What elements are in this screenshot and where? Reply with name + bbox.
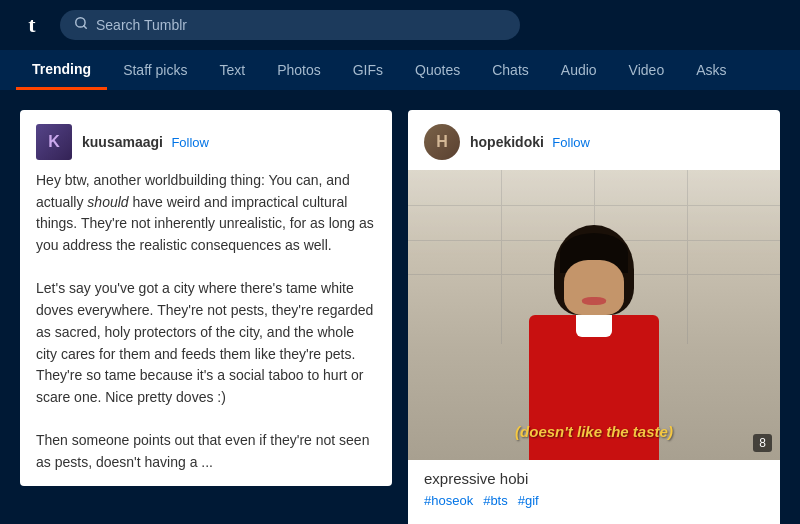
nav-item-chats[interactable]: Chats bbox=[476, 50, 545, 90]
secondary-nav: Trending Staff picks Text Photos GIFs Qu… bbox=[0, 50, 800, 90]
nav-item-gifs[interactable]: GIFs bbox=[337, 50, 399, 90]
post-title-2: expressive hobi bbox=[424, 470, 764, 487]
follow-button-1[interactable]: Follow bbox=[171, 135, 209, 150]
follow-button-2[interactable]: Follow bbox=[552, 135, 590, 150]
post-card-1: kuusamaagi Follow Hey btw, another world… bbox=[20, 110, 392, 486]
search-input[interactable] bbox=[96, 17, 506, 33]
nav-item-staff-picks[interactable]: Staff picks bbox=[107, 50, 203, 90]
post-card-2: hopekidoki Follow bbox=[408, 110, 780, 524]
image-number-badge: 8 bbox=[753, 434, 772, 452]
avatar-hopekidoki bbox=[424, 124, 460, 160]
username-label-2[interactable]: hopekidoki bbox=[470, 134, 544, 150]
search-icon bbox=[74, 16, 88, 34]
nav-item-text[interactable]: Text bbox=[203, 50, 261, 90]
avatar-kuusamaagi bbox=[36, 124, 72, 160]
tag-hoseok[interactable]: #hoseok bbox=[424, 493, 473, 508]
username-label[interactable]: kuusamaagi bbox=[82, 134, 163, 150]
nav-item-video[interactable]: Video bbox=[613, 50, 681, 90]
tag-gif[interactable]: #gif bbox=[518, 493, 539, 508]
username-kuusamaagi: kuusamaagi Follow bbox=[82, 133, 209, 151]
svg-line-1 bbox=[84, 26, 87, 29]
logo[interactable]: t bbox=[16, 9, 48, 41]
top-bar: t bbox=[0, 0, 800, 50]
tag-bts[interactable]: #bts bbox=[483, 493, 508, 508]
content-area: kuusamaagi Follow Hey btw, another world… bbox=[0, 90, 800, 524]
nav-item-quotes[interactable]: Quotes bbox=[399, 50, 476, 90]
image-caption: (doesn't like the taste) bbox=[408, 423, 780, 440]
post-tags-2: #hoseok #bts #gif bbox=[424, 493, 764, 508]
post-info-2: expressive hobi #hoseok #bts #gif bbox=[408, 460, 780, 524]
nav-item-audio[interactable]: Audio bbox=[545, 50, 613, 90]
username-hopekidoki: hopekidoki Follow bbox=[470, 133, 590, 151]
post-header-2: hopekidoki Follow bbox=[408, 110, 780, 170]
search-bar[interactable] bbox=[60, 10, 520, 40]
post-header-1: kuusamaagi Follow bbox=[20, 110, 392, 170]
post-image-container: (doesn't like the taste) 8 bbox=[408, 170, 780, 460]
nav-item-asks[interactable]: Asks bbox=[680, 50, 742, 90]
nav-item-trending[interactable]: Trending bbox=[16, 50, 107, 90]
nav-item-photos[interactable]: Photos bbox=[261, 50, 337, 90]
post-text-1: Hey btw, another worldbuilding thing: Yo… bbox=[20, 170, 392, 486]
